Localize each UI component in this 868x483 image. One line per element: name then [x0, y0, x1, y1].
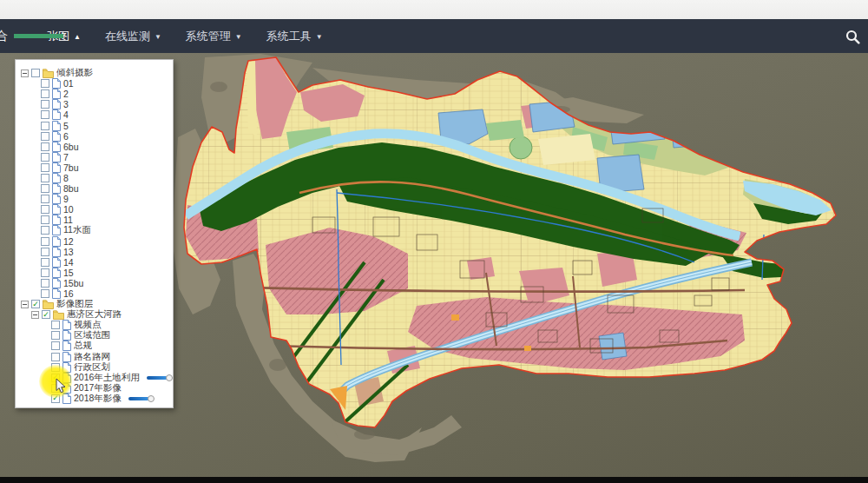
layer-checkbox[interactable]: [51, 353, 60, 361]
layer-checkbox[interactable]: [41, 79, 49, 88]
layer-checkbox[interactable]: ✓: [51, 374, 60, 382]
tree-row-8bu[interactable]: 8bu: [16, 183, 173, 194]
layer-checkbox[interactable]: [41, 237, 49, 246]
file-icon: [52, 194, 61, 204]
layer-checkbox[interactable]: [41, 279, 49, 288]
file-icon: [52, 173, 61, 183]
tree-row-01[interactable]: 01: [16, 78, 173, 89]
layer-checkbox[interactable]: [41, 89, 49, 98]
layer-checkbox[interactable]: [41, 110, 49, 119]
search-button[interactable]: [840, 24, 865, 49]
nav-item-label: 系统管理: [186, 29, 231, 44]
collapse-toggle-icon[interactable]: [21, 301, 29, 308]
file-icon: [52, 236, 61, 247]
nav-item-3[interactable]: 系统管理▼: [174, 19, 254, 53]
file-icon: [52, 152, 61, 162]
tree-row-7[interactable]: 7: [16, 152, 173, 162]
layer-checkbox[interactable]: [41, 205, 49, 214]
layer-checkbox[interactable]: [41, 174, 49, 182]
nav-item-4[interactable]: 系统工具▼: [254, 19, 335, 53]
tree-row-8[interactable]: 8: [16, 173, 173, 183]
layer-label: 7bu: [63, 162, 79, 173]
tree-row-2018年影像[interactable]: ✓2018年影像: [16, 394, 173, 404]
layer-checkbox[interactable]: [41, 226, 49, 235]
layer-label: 10: [63, 204, 74, 215]
layer-checkbox[interactable]: [51, 363, 60, 372]
bottom-black-strip: [0, 477, 868, 483]
file-icon: [52, 99, 61, 109]
tree-row-15[interactable]: 15: [16, 268, 173, 278]
app-logo-partial: 合: [0, 29, 11, 44]
layer-checkbox[interactable]: [51, 321, 60, 329]
file-icon: [52, 204, 61, 215]
slider-handle[interactable]: [148, 395, 155, 402]
tree-row-16[interactable]: 16: [16, 288, 173, 299]
layer-checkbox[interactable]: [41, 195, 49, 203]
layer-label: 4: [63, 109, 69, 120]
layer-checkbox[interactable]: [41, 100, 49, 109]
file-icon: [62, 320, 71, 330]
layer-checkbox[interactable]: ✓: [51, 394, 60, 403]
layer-checkbox[interactable]: [41, 184, 49, 193]
tree-row-4[interactable]: 4: [16, 109, 173, 120]
layer-checkbox[interactable]: [41, 248, 49, 256]
tree-row-9[interactable]: 9: [16, 194, 173, 204]
layer-checkbox[interactable]: [41, 122, 49, 130]
layer-checkbox[interactable]: [51, 341, 60, 350]
layer-checkbox[interactable]: ✓: [42, 310, 50, 319]
folder-icon: [53, 310, 64, 320]
layer-checkbox[interactable]: [41, 289, 49, 298]
search-icon: [845, 30, 860, 44]
tree-row-12[interactable]: 12: [16, 236, 173, 247]
file-icon: [62, 383, 71, 394]
nav-item-2[interactable]: 在线监测▼: [93, 19, 174, 53]
layer-checkbox[interactable]: [41, 163, 49, 172]
layer-label: 5: [63, 121, 69, 131]
layer-checkbox[interactable]: [41, 215, 49, 224]
layer-label: 13: [63, 247, 74, 257]
nav-item-label: 在线监测: [105, 29, 150, 44]
tree-row-2[interactable]: 2: [16, 89, 173, 99]
layer-checkbox[interactable]: [31, 69, 40, 77]
layer-checkbox[interactable]: [41, 268, 49, 277]
layer-checkbox[interactable]: [51, 331, 60, 340]
tree-row-6bu[interactable]: 6bu: [16, 142, 173, 152]
caret-up-icon: ▲: [74, 34, 81, 41]
file-icon: [52, 142, 61, 152]
layer-label: 14: [63, 257, 74, 268]
tree-row-15bu[interactable]: 15bu: [16, 278, 173, 288]
layer-checkbox[interactable]: [41, 142, 49, 151]
opacity-slider[interactable]: [147, 374, 173, 381]
folder-icon: [43, 69, 54, 78]
file-icon: [52, 257, 61, 268]
layer-label: 3: [63, 99, 69, 109]
slider-handle[interactable]: [166, 374, 173, 381]
tree-row-13[interactable]: 13: [16, 247, 173, 257]
tree-row-6[interactable]: 6: [16, 131, 173, 142]
layer-checkbox[interactable]: [41, 153, 49, 162]
tree-row-7bu[interactable]: 7bu: [16, 162, 173, 173]
layer-checkbox[interactable]: ✓: [31, 300, 40, 308]
folder-icon: [43, 300, 54, 309]
tree-row-14[interactable]: 14: [16, 257, 173, 268]
file-icon: [52, 268, 61, 278]
layer-label: 01: [63, 78, 74, 89]
tree-row-11水面[interactable]: 11水面: [16, 225, 173, 235]
tree-row-区域范围[interactable]: 区域范围: [16, 330, 173, 341]
tree-row-3[interactable]: 3: [16, 99, 173, 109]
collapse-toggle-icon[interactable]: [31, 311, 39, 319]
tree-row-5[interactable]: 5: [16, 120, 173, 130]
layer-label: 8: [63, 173, 69, 183]
layer-checkbox[interactable]: [51, 384, 60, 393]
layer-checkbox[interactable]: [41, 132, 49, 141]
tree-row-10[interactable]: 10: [16, 204, 173, 215]
collapse-toggle-icon[interactable]: [21, 69, 29, 77]
file-icon: [62, 330, 71, 341]
opacity-slider[interactable]: [128, 394, 155, 402]
file-icon: [52, 215, 61, 225]
layer-checkbox[interactable]: [41, 258, 49, 267]
layer-label: 6: [63, 131, 69, 142]
layer-tree-panel: 倾斜摄影01234566bu77bu88bu9101111水面121314151…: [15, 59, 174, 408]
tree-row-倾斜摄影[interactable]: 倾斜摄影: [16, 68, 173, 78]
tree-row-11[interactable]: 11: [16, 215, 173, 225]
